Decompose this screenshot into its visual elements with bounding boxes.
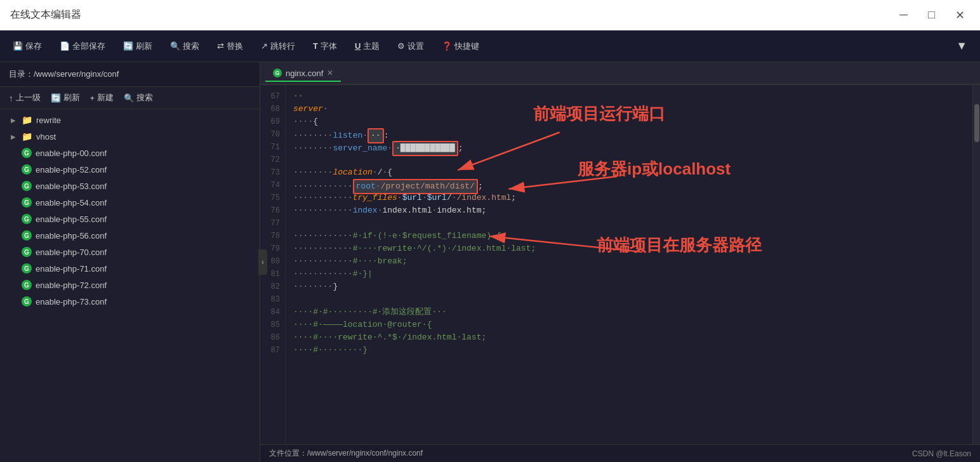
file-label: enable-php-55.conf [36,214,107,224]
code-content: 67 68 69 70 71 72 73 74 75 76 77 78 79 8… [260,85,980,444]
file-label: enable-php-00.conf [36,148,107,158]
list-item[interactable]: G enable-php-52.conf [0,161,260,178]
code-line-87: ····#·········} [293,344,972,357]
code-line-74: ············root·/project/math/dist/; [293,179,972,192]
tab-close-button[interactable]: ✕ [327,69,333,77]
g-icon: G [22,164,32,175]
folder-icon: 📁 [22,115,32,125]
code-line-77 [293,217,972,230]
file-label: enable-php-53.conf [36,182,107,191]
code-line-68: server· [293,103,972,116]
code-line-67: ·· [293,90,972,103]
new-icon: + [90,93,95,103]
window-controls: ─ □ ✕ [894,6,970,25]
sidebar-search-button[interactable]: 🔍 搜索 [124,92,153,103]
list-item[interactable]: G enable-php-71.conf [0,260,260,277]
code-line-69: ····{ [293,116,972,128]
refresh-button[interactable]: 🔄 刷新 [116,37,160,56]
list-item[interactable]: G enable-php-70.conf [0,244,260,260]
maximize-button[interactable]: □ [923,6,940,24]
title-bar: 在线文本编辑器 ─ □ ✕ [0,0,980,30]
file-label: enable-php-73.conf [36,297,107,307]
scrollbar-thumb [974,104,979,142]
list-item[interactable]: G enable-php-53.conf [0,178,260,194]
code-line-78: ············#·if·(!-e·$request_filename)… [293,230,972,242]
sidebar-search-icon: 🔍 [124,93,134,103]
g-icon: G [22,263,32,274]
chevron-right-icon: ▶ [9,133,18,140]
code-line-86: ····#····rewrite·^.*$·/index.html·last; [293,331,972,344]
g-icon: G [22,181,32,191]
settings-icon: ⚙ [397,41,405,51]
up-icon: ↑ [9,93,13,103]
font-icon: T [313,41,318,51]
search-button[interactable]: 🔍 搜索 [162,37,207,56]
code-line-81: ············#·}| [293,268,972,280]
list-item[interactable]: G enable-php-72.conf [0,277,260,293]
font-button[interactable]: T 字体 [305,37,345,56]
shortcuts-icon: ❓ [442,41,452,51]
app-title: 在线文本编辑器 [10,8,81,22]
shortcuts-button[interactable]: ❓ 快捷键 [434,37,487,56]
chevron-right-icon: ▶ [9,117,18,124]
code-line-85: ····#·————location·@router·{ [293,319,972,331]
file-label: enable-php-54.conf [36,198,107,208]
tab-nginx-conf[interactable]: G nginx.conf ✕ [265,66,341,82]
g-icon: G [22,197,32,208]
up-level-button[interactable]: ↑ 上一级 [9,92,41,103]
g-icon: G [22,148,32,158]
brand-text: CSDN @lt.Eason [912,449,971,458]
code-line-79: ············#····rewrite·^/(.*)·/index.h… [293,242,972,255]
sidebar: 目录：/www/server/nginx/conf ↑ 上一级 🔄 刷新 + 新… [0,62,260,462]
minimize-button[interactable]: ─ [894,6,913,24]
list-item[interactable]: G enable-php-56.conf [0,227,260,244]
list-item[interactable]: G enable-php-54.conf [0,194,260,211]
sidebar-actions: ↑ 上一级 🔄 刷新 + 新建 🔍 搜索 [0,87,260,109]
replace-button[interactable]: ⇄ 替换 [209,37,251,56]
tab-label: nginx.conf [286,69,323,78]
sidebar-refresh-button[interactable]: 🔄 刷新 [51,92,80,103]
code-line-73: ········location·/·{ [293,166,972,179]
main-layout: 目录：/www/server/nginx/conf ↑ 上一级 🔄 刷新 + 新… [0,62,980,462]
g-icon: G [22,230,32,241]
code-lines[interactable]: ·· server· ····{ ········listen···: ····… [286,85,972,444]
sidebar-path: 目录：/www/server/nginx/conf [0,62,260,87]
save-all-icon: 📄 [60,41,70,51]
file-tree: ▶ 📁 rewrite ▶ 📁 vhost G enable-php-00.co… [0,109,260,462]
close-button[interactable]: ✕ [950,6,970,25]
g-icon: G [22,296,32,307]
folder-icon: 📁 [22,131,32,142]
list-item[interactable]: G enable-php-73.conf [0,293,260,310]
editor-area: G nginx.conf ✕ 67 68 69 70 71 72 73 74 7… [260,62,980,462]
refresh-icon: 🔄 [123,41,133,51]
list-item[interactable]: G enable-php-55.conf [0,211,260,227]
editor-scrollbar[interactable] [972,85,980,444]
file-label: enable-php-70.conf [36,248,107,257]
settings-button[interactable]: ⚙ 设置 [390,37,432,56]
theme-button[interactable]: U 主题 [347,37,387,56]
goto-line-button[interactable]: ↗ 跳转行 [253,37,303,56]
menu-expand-button[interactable]: ▼ [948,36,975,56]
code-line-70: ········listen···: [293,128,972,141]
tab-g-icon: G [273,69,282,77]
tab-bar: G nginx.conf ✕ [260,62,980,85]
collapse-sidebar-button[interactable]: ‹ [258,249,267,275]
tree-folder-vhost[interactable]: ▶ 📁 vhost [0,128,260,145]
g-icon: G [22,247,32,257]
toolbar: 💾 保存 📄 全部保存 🔄 刷新 🔍 搜索 ⇄ 替换 ↗ 跳转行 T 字体 U … [0,30,980,62]
code-editor[interactable]: 67 68 69 70 71 72 73 74 75 76 77 78 79 8… [260,85,980,444]
file-path: 文件位置：/www/server/nginx/conf/nginx.conf [269,448,423,459]
file-label: enable-php-56.conf [36,231,107,241]
list-item[interactable]: G enable-php-00.conf [0,145,260,161]
save-all-button[interactable]: 📄 全部保存 [52,37,113,56]
g-icon: G [22,214,32,224]
status-bar: 文件位置：/www/server/nginx/conf/nginx.conf C… [260,444,980,462]
tree-folder-rewrite[interactable]: ▶ 📁 rewrite [0,112,260,128]
save-button[interactable]: 💾 保存 [5,37,50,56]
replace-icon: ⇄ [217,41,224,51]
code-line-82: ········} [293,280,972,293]
file-label: enable-php-71.conf [36,264,107,274]
new-file-button[interactable]: + 新建 [90,92,114,103]
code-line-76: ············index·index.html·index.htm; [293,204,972,217]
file-label: enable-php-52.conf [36,165,107,175]
